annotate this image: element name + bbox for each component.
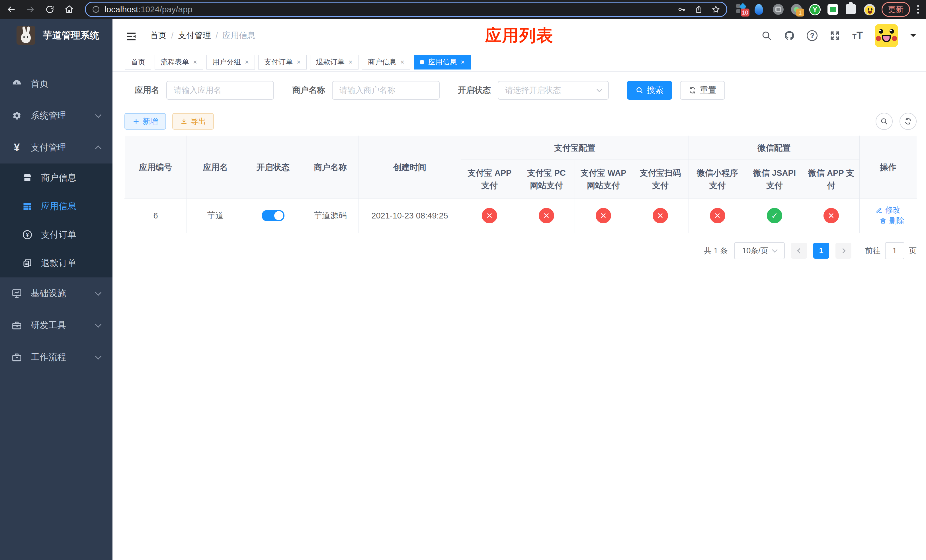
close-icon[interactable]: × [297,58,301,66]
prev-page-button[interactable] [791,243,807,259]
logo-rabbit-image [17,26,35,45]
col-alipay-pc: 支付宝 PC 网站支付 [518,160,575,198]
breadcrumb: 首页 / 支付管理 / 应用信息 [150,30,256,41]
apps-table: 应用编号 应用名 开启状态 商户名称 创建时间 支付宝配置 微信配置 操作 支付… [124,136,917,233]
sidebar-item-label: 基础设施 [31,288,66,300]
col-wechat-lite: 微信小程序支付 [689,160,746,198]
refresh-icon [904,117,912,125]
close-icon[interactable]: × [193,58,197,66]
refresh-icon [688,86,696,94]
delete-link[interactable]: 删除 [879,216,904,226]
share-icon[interactable] [694,5,703,14]
avatar-caret-icon[interactable] [910,34,916,40]
merchant-name-input[interactable] [332,81,440,100]
toggle-search-button[interactable] [876,113,893,130]
gear-icon [11,110,22,121]
breadcrumb-payment[interactable]: 支付管理 [178,30,211,41]
chevron-down-icon [95,321,101,328]
profile-avatar-icon[interactable] [864,4,875,15]
breadcrumb-home[interactable]: 首页 [150,30,166,41]
address-bar[interactable]: localhost:1024/pay/app [85,2,727,17]
sidebar-item-merchant-info[interactable]: 商户信息 [0,163,112,192]
status-select[interactable]: 请选择开启状态 [498,81,609,100]
chrome-update-button[interactable]: 更新 [882,2,910,17]
tab-process-form[interactable]: 流程表单× [154,55,203,70]
close-icon[interactable]: × [400,58,404,66]
browser-forward-icon[interactable] [26,5,35,14]
next-page-button[interactable] [835,243,851,259]
sidebar-item-system[interactable]: 系统管理 [0,100,112,132]
goto-page-input[interactable] [885,242,904,259]
reset-button[interactable]: 重置 [680,81,725,100]
github-icon[interactable] [784,30,795,41]
page-size-select[interactable]: 10条/页 [734,242,785,259]
extension-recorder-icon[interactable]: 1 [791,4,802,15]
sidebar-item-label: 退款订单 [41,257,76,269]
sidebar-item-pay-orders[interactable]: ¥ 支付订单 [0,221,112,249]
sidebar: 芋道管理系统 首页 系统管理 ¥ 支付管理 [0,19,112,560]
help-icon[interactable]: ? [807,30,817,41]
table-toolbar: 新增 导出 [124,113,917,130]
extension-command-icon[interactable] [773,4,784,15]
tab-merchant-info[interactable]: 商户信息× [362,55,410,70]
sidebar-item-home[interactable]: 首页 [0,68,112,100]
sidebar-item-dev-tools[interactable]: 研发工具 [0,309,112,341]
sidebar-item-payment[interactable]: ¥ 支付管理 [0,132,112,163]
sidebar-logo[interactable]: 芋道管理系统 [0,19,112,52]
page-title: 应用列表 [485,24,554,47]
tab-refund-orders[interactable]: 退款订单× [310,55,359,70]
extensions-puzzle-icon[interactable] [846,4,856,15]
document-copy-icon [22,258,32,268]
password-key-icon[interactable] [678,5,686,14]
tab-user-group[interactable]: 用户分组× [206,55,255,70]
sidebar-item-workflow[interactable]: 工作流程 [0,341,112,373]
user-avatar[interactable] [875,24,898,47]
site-info-icon[interactable] [92,5,100,14]
tab-app-info[interactable]: 应用信息× [414,55,471,70]
app-name-input[interactable] [166,81,274,100]
bookmark-star-icon[interactable] [711,5,720,14]
fullscreen-icon[interactable] [829,30,840,41]
extension-blocks-icon[interactable]: 10 [736,4,747,15]
font-size-icon[interactable]: TT [852,30,863,41]
tab-home[interactable]: 首页 [125,55,151,70]
col-app-id: 应用编号 [125,136,187,198]
refresh-table-button[interactable] [900,113,917,130]
close-icon[interactable]: × [348,58,353,66]
page-unit-label: 页 [909,245,917,256]
sidebar-item-label: 系统管理 [31,110,66,122]
search-button[interactable]: 搜索 [627,81,672,100]
browser-back-icon[interactable] [6,5,16,14]
close-icon[interactable]: × [245,58,249,66]
sidebar-item-infra[interactable]: 基础设施 [0,277,112,309]
add-button[interactable]: 新增 [124,113,166,130]
sidebar-item-refund-orders[interactable]: 退款订单 [0,249,112,277]
extension-y-icon[interactable]: Y [809,4,820,15]
search-icon[interactable] [761,30,772,41]
trash-icon [879,217,887,224]
chrome-menu-icon[interactable] [916,5,920,14]
plus-icon [132,118,140,125]
browser-reload-icon[interactable] [45,5,54,14]
breadcrumb-current: 应用信息 [222,30,256,41]
extension-badge: 10 [741,9,749,17]
chevron-up-icon [95,145,101,152]
sidebar-collapse-icon[interactable] [126,31,137,41]
close-icon[interactable]: × [461,58,465,66]
col-enabled: 开启状态 [244,136,302,198]
export-button[interactable]: 导出 [172,113,214,130]
topbar: 首页 / 支付管理 / 应用信息 应用列表 ? TT [112,19,926,52]
status-icon: ✕ [482,208,497,223]
sidebar-item-app-info[interactable]: 应用信息 [0,192,112,221]
dashboard-icon [11,78,22,89]
enabled-switch[interactable] [262,210,284,221]
url-text[interactable]: localhost:1024/pay/app [104,5,673,14]
tab-pay-orders[interactable]: 支付订单× [258,55,307,70]
extension-gem-icon[interactable] [755,4,766,15]
extension-chat-icon[interactable] [828,4,838,15]
page-number-button[interactable]: 1 [813,243,829,259]
edit-link[interactable]: 修改 [876,205,901,215]
browser-home-icon[interactable] [64,5,74,14]
cell-merchant: 芋道源码 [302,198,359,233]
status-icon: ✕ [596,208,611,223]
